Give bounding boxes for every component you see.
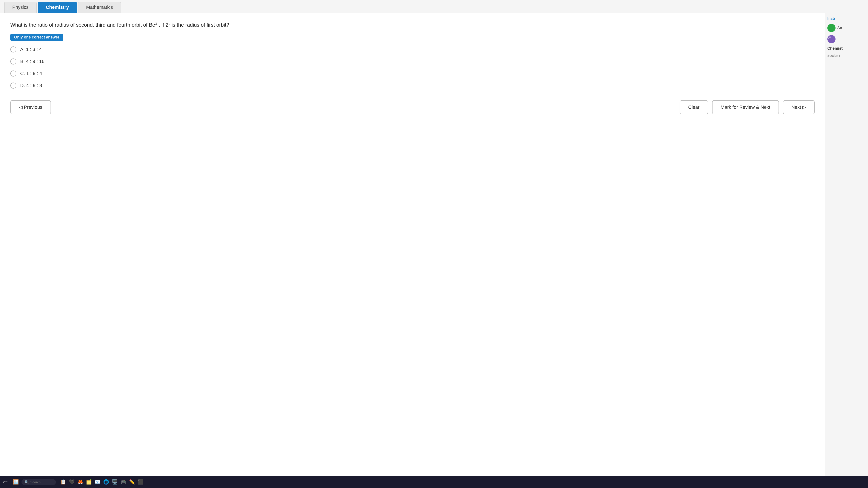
answered-icon [827,24,836,32]
taskbar: 25° 🪟 🔍 📋 🖤 🦊 🗂️ 📧 🌐 🖥️ 🎮 ✏️ ⬛ [0,476,868,488]
screen: Physics Chemistry Mathematics What is th… [0,0,868,488]
tab-bar: Physics Chemistry Mathematics [0,0,868,13]
option-c[interactable]: C. 1 : 9 : 4 [10,70,815,76]
taskbar-apps: 📋 🖤 🦊 🗂️ 📧 🌐 🖥️ 🎮 ✏️ ⬛ [59,478,144,486]
superscript: 3+ [155,22,159,25]
option-a[interactable]: A. 1 : 3 : 4 [10,46,815,53]
taskbar-app-game[interactable]: 🎮 [120,478,127,486]
section-label: Chemist [827,46,866,51]
clear-button[interactable]: Clear [680,100,708,115]
mark-review-button[interactable]: Mark for Review & Next [712,100,779,115]
option-d[interactable]: D. 4 : 9 : 8 [10,83,815,89]
section-sub: Section-I [827,54,866,57]
taskbar-app-mail[interactable]: 📧 [94,478,101,486]
search-icon: 🔍 [25,480,29,484]
main-body: What is the ratio of radius of second, t… [0,13,868,488]
sidebar-answered-row: An [827,24,866,32]
taskbar-time: 25° [3,480,10,484]
windows-icon[interactable]: 🪟 [12,478,19,486]
option-d-label: D. 4 : 9 : 8 [20,83,42,88]
tab-mathematics[interactable]: Mathematics [78,2,121,13]
taskbar-app-pen[interactable]: ✏️ [128,478,135,486]
instr-label: Instr [827,17,866,21]
options-list: A. 1 : 3 : 4 B. 4 : 9 : 16 C. 1 : 9 : 4 … [10,46,815,89]
button-bar: ◁ Previous Clear Mark for Review & Next … [10,96,815,116]
search-input[interactable] [30,480,50,484]
taskbar-app-notes[interactable]: 📋 [59,478,67,486]
radio-a[interactable] [10,46,17,53]
question-area: What is the ratio of radius of second, t… [0,13,825,476]
avatar-initials: (w [827,35,831,39]
option-c-label: C. 1 : 9 : 4 [20,71,42,76]
taskbar-app-files[interactable]: 🗂️ [85,478,92,486]
option-a-label: A. 1 : 3 : 4 [20,47,42,52]
right-sidebar: Instr An (w Chemist Section-I [825,13,868,476]
taskbar-app-monitor[interactable]: 🖥️ [111,478,118,486]
taskbar-app-misc[interactable]: ⬛ [137,478,144,486]
radio-d[interactable] [10,83,17,89]
avatar: (w [827,35,836,43]
taskbar-search-bar[interactable]: 🔍 [22,479,56,485]
option-b-label: B. 4 : 9 : 16 [20,59,44,64]
question-text: What is the ratio of radius of second, t… [10,21,815,29]
sidebar-avatar-row: (w [827,35,866,43]
answer-type-badge: Only one correct answer [10,34,63,41]
answered-label: An [837,26,842,30]
previous-button[interactable]: ◁ Previous [10,100,51,115]
next-button[interactable]: Next ▷ [783,100,815,115]
taskbar-app-dark[interactable]: 🖤 [68,478,75,486]
taskbar-app-firefox[interactable]: 🦊 [76,478,84,486]
tab-physics[interactable]: Physics [4,2,37,13]
radio-c[interactable] [10,70,17,76]
taskbar-app-chrome[interactable]: 🌐 [102,478,110,486]
option-b[interactable]: B. 4 : 9 : 16 [10,59,815,64]
radio-b[interactable] [10,59,17,64]
tab-chemistry[interactable]: Chemistry [38,2,77,13]
